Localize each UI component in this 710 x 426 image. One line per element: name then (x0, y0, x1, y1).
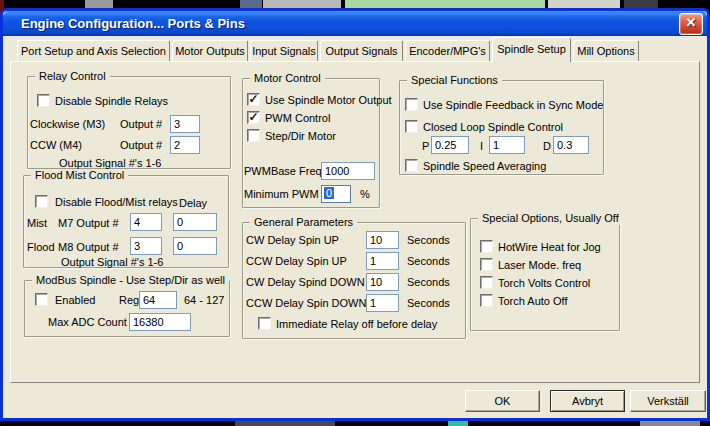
cw-delay-spin-up-input[interactable] (366, 231, 399, 249)
tab-port-setup[interactable]: Port Setup and Axis Selection (17, 40, 170, 61)
check-icon: ✓ (248, 110, 258, 124)
modbus-enabled-label: Enabled (55, 294, 95, 307)
seconds-label: Seconds (407, 234, 450, 247)
spindle-feedback-checkbox[interactable] (405, 98, 418, 111)
disable-flood-mist-checkbox[interactable] (35, 195, 48, 208)
group-special-options: Special Options, Usually Off (470, 218, 620, 331)
group-legend: Flood Mist Control (31, 169, 128, 182)
desktop-fragment (345, 0, 545, 8)
mist-output-label: M7 Output # (58, 217, 119, 230)
ok-button[interactable]: OK (465, 390, 540, 412)
pwmbase-freq-label: PWMBase Freq. (244, 165, 325, 178)
tab-input-signals[interactable]: Input Signals (250, 40, 318, 61)
group-legend: Special Options, Usually Off (478, 212, 623, 225)
clockwise-m3-label: Clockwise (M3) (30, 118, 105, 131)
minimum-pwm-input[interactable]: 0 (321, 185, 351, 203)
tab-output-signals[interactable]: Output Signals (320, 40, 403, 61)
close-icon: ✕ (686, 15, 697, 30)
max-adc-count-label: Max ADC Count (48, 316, 127, 329)
closed-loop-checkbox[interactable] (405, 120, 418, 133)
ccw-delay-spin-down-label: CCW Delay Spin DOWN (246, 297, 366, 310)
flood-delay-input[interactable] (173, 237, 217, 255)
p-input[interactable] (431, 136, 469, 154)
laser-mode-checkbox[interactable] (480, 258, 493, 271)
cw-delay-spind-down-label: CW Delay Spind DOWN (246, 276, 365, 289)
disable-spindle-relays-checkbox[interactable] (37, 94, 50, 107)
ccw-delay-spin-down-input[interactable] (366, 294, 399, 312)
torch-volts-label: Torch Volts Control (498, 277, 590, 290)
pwmbase-freq-input[interactable] (321, 162, 375, 180)
dialog-window: Engine Configuration... Ports & Pins ✕ P… (0, 8, 710, 421)
immediate-relay-off-label: Immediate Relay off before delay (276, 318, 437, 331)
tab-spindle-setup[interactable]: Spindle Setup (492, 37, 571, 62)
spindle-speed-averaging-checkbox[interactable] (405, 159, 418, 172)
cw-output-input[interactable] (170, 115, 200, 133)
cw-delay-spin-up-label: CW Delay Spin UP (246, 234, 339, 247)
max-adc-count-input[interactable] (129, 313, 191, 331)
group-legend: ModBus Spindle - Use Step/Dir as well (32, 274, 229, 287)
i-label: I (480, 140, 483, 153)
title-bar[interactable]: Engine Configuration... Ports & Pins ✕ (3, 11, 707, 36)
closed-loop-label: Closed Loop Spindle Control (423, 121, 563, 134)
pwm-control-checkbox[interactable]: ✓ (247, 111, 260, 124)
desktop-fragment (548, 0, 620, 8)
use-spindle-motor-output-label: Use Spindle Motor Output (265, 94, 392, 107)
relay-output-signal-note: Output Signal #'s 1-6 (59, 157, 161, 170)
desktop-fragment (448, 421, 468, 426)
disable-spindle-relays-label: Disable Spindle Relays (55, 95, 168, 108)
ccw-delay-spin-up-input[interactable] (366, 252, 399, 270)
torch-auto-off-label: Torch Auto Off (498, 295, 568, 308)
cancel-button[interactable]: Avbryt (550, 390, 625, 412)
group-legend: Motor Control (250, 72, 325, 85)
mist-output-input[interactable] (130, 213, 162, 231)
seconds-label: Seconds (407, 255, 450, 268)
modbus-reg-label: Reg (119, 294, 139, 307)
tab-mill-options[interactable]: Mill Options (573, 40, 639, 61)
ccw-m4-label: CCW (M4) (30, 139, 82, 152)
d-input[interactable] (553, 136, 589, 154)
p-label: P (422, 140, 429, 153)
tab-motor-outputs[interactable]: Motor Outputs (172, 40, 248, 61)
immediate-relay-off-checkbox[interactable] (258, 317, 271, 330)
desktop-fragment (235, 421, 335, 426)
i-input[interactable] (489, 136, 525, 154)
torch-auto-off-checkbox[interactable] (480, 294, 493, 307)
selected-text: 0 (324, 187, 334, 199)
tab-encoder-mpgs[interactable]: Encoder/MPG's (405, 40, 490, 61)
desktop-fragment (240, 0, 262, 8)
seconds-label: Seconds (407, 276, 450, 289)
ccw-output-input[interactable] (170, 136, 200, 154)
modbus-enabled-checkbox[interactable] (35, 293, 48, 306)
cw-output-label: Output # (120, 118, 162, 131)
close-button[interactable]: ✕ (679, 13, 703, 35)
desktop-fragment (263, 0, 341, 8)
disable-flood-mist-label: Disable Flood/Mist relays (55, 196, 178, 209)
flood-output-label: M8 Output # (58, 241, 119, 254)
flood-output-input[interactable] (130, 237, 162, 255)
mist-label: Mist (27, 217, 47, 230)
apply-button[interactable]: Verkställ (630, 390, 706, 412)
spindle-feedback-label: Use Spindle Feedback in Sync Modes (423, 99, 603, 112)
use-spindle-motor-output-checkbox[interactable]: ✓ (247, 93, 260, 106)
modbus-reg-input[interactable] (139, 291, 177, 309)
cw-delay-spind-down-input[interactable] (366, 273, 399, 291)
hotwire-heat-checkbox[interactable] (480, 240, 493, 253)
modbus-reg-range-label: 64 - 127 (184, 294, 224, 307)
laser-mode-label: Laser Mode. freq (498, 259, 581, 272)
torch-volts-checkbox[interactable] (480, 276, 493, 289)
group-legend: Relay Control (35, 70, 110, 83)
minimum-pwm-label: Minimum PWM (244, 188, 319, 201)
ccw-output-label: Output # (120, 139, 162, 152)
group-legend: General Parameters (250, 216, 357, 229)
flood-label: Flood (27, 241, 55, 254)
step-dir-motor-checkbox[interactable] (247, 129, 260, 142)
dialog-client-area: Port Setup and Axis Selection Motor Outp… (3, 36, 707, 418)
ccw-delay-spin-up-label: CCW Delay Spin UP (246, 255, 347, 268)
hotwire-heat-label: HotWire Heat for Jog (498, 241, 601, 254)
d-label: D (543, 140, 551, 153)
mist-delay-input[interactable] (173, 213, 217, 231)
spindle-speed-averaging-label: Spindle Speed Averaging (423, 160, 546, 173)
seconds-label: Seconds (407, 297, 450, 310)
pwm-control-label: PWM Control (265, 112, 330, 125)
desktop-fragment (624, 0, 658, 8)
